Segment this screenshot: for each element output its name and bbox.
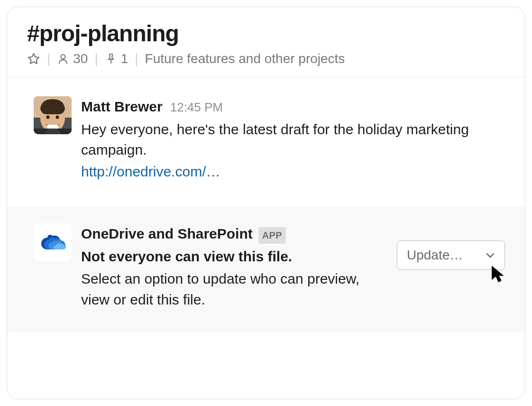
message-link[interactable]: http://onedrive.com/…: [81, 161, 220, 182]
chevron-down-icon: [486, 252, 495, 258]
avatar[interactable]: [34, 96, 72, 134]
message-author[interactable]: Matt Brewer: [81, 96, 163, 117]
onedrive-icon: [39, 233, 66, 252]
member-count[interactable]: 30: [57, 51, 88, 66]
person-icon: [57, 53, 69, 65]
channel-card: #proj-planning | 30 | 1: [7, 7, 525, 399]
svg-point-6: [56, 116, 59, 119]
message-header: Matt Brewer 12:45 PM: [81, 96, 505, 117]
message-content: Matt Brewer 12:45 PM Hey everyone, here'…: [81, 96, 505, 182]
message-text: Hey everyone, here's the latest draft fo…: [81, 119, 505, 160]
attachment-description: Select an option to update who can previ…: [81, 268, 366, 310]
channel-topic[interactable]: Future features and other projects: [145, 51, 345, 66]
channel-header: #proj-planning | 30 | 1: [7, 7, 525, 77]
svg-rect-7: [47, 125, 58, 129]
app-content: OneDrive and SharePoint APP Not everyone…: [81, 223, 387, 310]
pin-count[interactable]: 1: [105, 51, 128, 66]
message-row: Matt Brewer 12:45 PM Hey everyone, here'…: [7, 77, 525, 206]
pin-count-value: 1: [121, 51, 128, 66]
meta-divider: |: [94, 51, 98, 66]
app-name[interactable]: OneDrive and SharePoint: [81, 223, 253, 244]
svg-point-5: [46, 116, 50, 119]
app-badge: APP: [258, 227, 286, 244]
update-select-label: Update…: [407, 248, 468, 263]
message-list: Matt Brewer 12:45 PM Hey everyone, here'…: [7, 77, 525, 399]
channel-meta-row: | 30 | 1 | Future features and other pro…: [27, 51, 505, 66]
member-count-value: 30: [73, 51, 88, 66]
star-channel-button[interactable]: [27, 52, 40, 65]
app-attachment: OneDrive and SharePoint APP Not everyone…: [7, 206, 525, 332]
meta-divider: |: [135, 51, 138, 66]
app-header: OneDrive and SharePoint APP: [81, 223, 387, 244]
attachment-title: Not everyone can view this file.: [81, 246, 387, 267]
channel-name[interactable]: #proj-planning: [27, 20, 505, 46]
pin-icon: [105, 53, 117, 65]
message-timestamp[interactable]: 12:45 PM: [170, 99, 223, 117]
meta-divider: |: [47, 51, 50, 66]
svg-point-0: [61, 55, 65, 59]
app-icon-container: [34, 223, 72, 261]
update-select-button[interactable]: Update…: [397, 240, 505, 270]
star-icon: [27, 52, 40, 65]
attachment-action: Update…: [397, 223, 505, 270]
